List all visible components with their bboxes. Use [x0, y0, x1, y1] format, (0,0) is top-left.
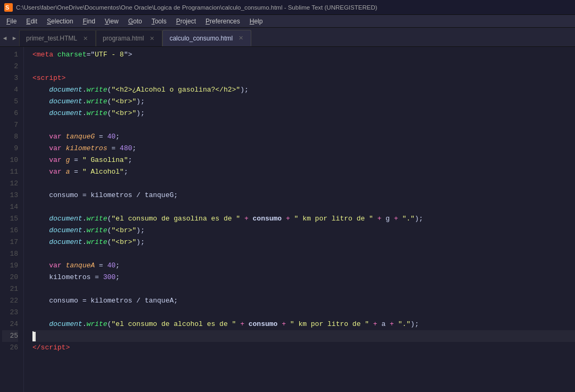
line-num-21: 21: [2, 283, 18, 295]
line-num-22: 22: [2, 295, 18, 307]
line-num-7: 7: [2, 119, 18, 131]
line-num-14: 14: [2, 201, 18, 213]
title-bar-text: C:\Users\faber\OneDrive\Documentos\One O…: [16, 4, 377, 11]
code-line-17: document . write ( "<br>" );: [32, 236, 575, 248]
line-num-3: 3: [2, 72, 18, 84]
code-line-23: [32, 307, 575, 318]
line-num-13: 13: [2, 190, 18, 201]
tab-label-programa: programa.html: [103, 35, 144, 42]
code-line-14: [32, 201, 575, 213]
code-line-25: [32, 330, 575, 342]
code-line-16: document . write ( "<br>" );: [32, 225, 575, 236]
code-line-6: document . write ( "<br>" );: [32, 108, 575, 119]
editor: 1 2 3 4 5 6 7 8 9 10 11 12 13 14 15 16 1…: [0, 47, 575, 392]
tab-bar: ◀ ▶ primer_test.HTML ✕ programa.html ✕ c…: [0, 28, 575, 47]
line-num-4: 4: [2, 84, 18, 96]
line-num-23: 23: [2, 307, 18, 318]
menu-view[interactable]: View: [101, 17, 123, 26]
tab-label-calculo-consumo: calculo_consumo.html: [169, 35, 233, 42]
line-numbers: 1 2 3 4 5 6 7 8 9 10 11 12 13 14 15 16 1…: [0, 47, 24, 392]
app-icon: S: [4, 3, 13, 12]
line-num-10: 10: [2, 154, 18, 166]
code-line-24: document . write ( "el consumo de alcoho…: [32, 318, 575, 330]
line-num-8: 8: [2, 131, 18, 143]
code-line-2: [32, 61, 575, 72]
line-num-16: 16: [2, 225, 18, 236]
line-num-11: 11: [2, 166, 18, 178]
line-num-18: 18: [2, 248, 18, 260]
code-line-19: var tanqueA = 40 ;: [32, 260, 575, 272]
tab-calculo-consumo[interactable]: calculo_consumo.html ✕: [162, 30, 251, 46]
line-num-15: 15: [2, 213, 18, 225]
code-line-15: document . write ( "el consumo de gasoli…: [32, 213, 575, 225]
tab-close-calculo-consumo[interactable]: ✕: [237, 35, 244, 42]
code-line-1: <meta charset =" UTF - 8 ">: [32, 49, 575, 61]
menu-goto[interactable]: Goto: [124, 17, 146, 26]
line-num-6: 6: [2, 108, 18, 119]
code-line-26: </script>: [32, 342, 575, 354]
svg-text:S: S: [5, 4, 9, 11]
code-line-20: kilometros = 300 ;: [32, 272, 575, 283]
tab-nav-left[interactable]: ◀: [0, 30, 10, 46]
code-area[interactable]: <meta charset =" UTF - 8 "> <script> doc…: [24, 47, 575, 392]
line-num-26: 26: [2, 342, 18, 354]
menu-tools[interactable]: Tools: [147, 17, 171, 26]
menu-file[interactable]: File: [2, 17, 21, 26]
line-num-12: 12: [2, 178, 18, 190]
title-bar: S C:\Users\faber\OneDrive\Documentos\One…: [0, 0, 575, 15]
tab-programa[interactable]: programa.html ✕: [96, 30, 162, 46]
line-num-25: 25: [2, 330, 18, 342]
code-line-8: var tanqueG = 40 ;: [32, 131, 575, 143]
line-num-24: 24: [2, 318, 18, 330]
menu-help[interactable]: Help: [245, 17, 267, 26]
code-line-4: document . write ( "<h2>¿Alcohol o gasol…: [32, 84, 575, 96]
code-line-22: consumo = kilometros / tanqueA;: [32, 295, 575, 307]
tab-nav-right[interactable]: ▶: [10, 30, 19, 46]
code-line-9: var kilometros = 480 ;: [32, 143, 575, 154]
line-num-19: 19: [2, 260, 18, 272]
code-line-7: [32, 119, 575, 131]
menu-find[interactable]: Find: [78, 17, 99, 26]
code-line-11: var a = " Alcohol" ;: [32, 166, 575, 178]
line-num-5: 5: [2, 96, 18, 108]
menu-selection[interactable]: Selection: [43, 17, 77, 26]
line-num-1: 1: [2, 49, 18, 61]
code-line-5: document . write ( "<br>" );: [32, 96, 575, 108]
menu-bar: File Edit Selection Find View Goto Tools…: [0, 15, 575, 28]
line-num-20: 20: [2, 272, 18, 283]
tab-label-primer-test: primer_test.HTML: [26, 35, 77, 42]
line-num-9: 9: [2, 143, 18, 154]
menu-preferences[interactable]: Preferences: [201, 17, 244, 26]
tab-primer-test[interactable]: primer_test.HTML ✕: [19, 30, 96, 46]
line-num-17: 17: [2, 236, 18, 248]
text-cursor: [32, 331, 34, 341]
code-line-21: [32, 283, 575, 295]
menu-project[interactable]: Project: [172, 17, 200, 26]
code-line-10: var g = " Gasolina" ;: [32, 154, 575, 166]
line-num-2: 2: [2, 61, 18, 72]
code-line-3: <script>: [32, 72, 575, 84]
code-line-12: [32, 178, 575, 190]
code-line-13: consumo = kilometros / tanqueG;: [32, 190, 575, 201]
menu-edit[interactable]: Edit: [22, 17, 42, 26]
code-line-18: [32, 248, 575, 260]
tab-close-primer-test[interactable]: ✕: [81, 35, 89, 42]
tab-close-programa[interactable]: ✕: [148, 35, 155, 42]
